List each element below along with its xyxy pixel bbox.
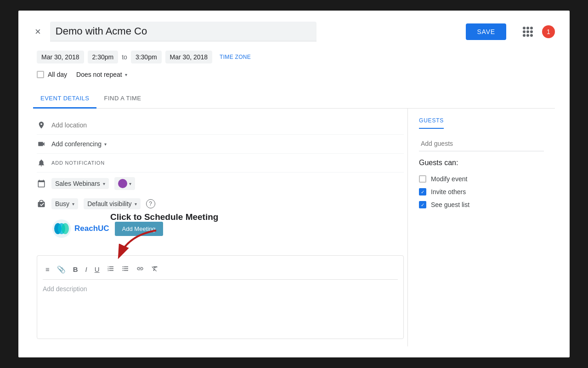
date-row: Mar 30, 2018 2:30pm to 3:30pm Mar 30, 20… [33, 51, 555, 63]
status-row: Busy ▾ Default visibility ▾ ? [37, 195, 404, 213]
right-panel: GUESTS Guests can: Modify event Invite o… [408, 109, 555, 346]
bold-button[interactable]: B [70, 264, 81, 275]
visibility-chevron-icon: ▾ [135, 201, 137, 207]
tab-event-details[interactable]: EVENT DETAILS [33, 89, 96, 109]
to-separator: to [122, 53, 127, 61]
add-guests-input[interactable] [419, 136, 544, 151]
top-bar: × SAVE 1 [33, 22, 555, 41]
unordered-list-button[interactable] [119, 263, 132, 276]
calendar-chevron-icon: ▾ [103, 181, 105, 186]
link-button[interactable] [134, 263, 147, 276]
add-conferencing-button[interactable]: Add conferencing ▾ [51, 140, 107, 148]
underline-button[interactable]: U [92, 264, 102, 275]
status-dropdown[interactable]: Busy ▾ [51, 198, 78, 209]
modify-event-label: Modify event [431, 175, 467, 183]
notification-label: ADD NOTIFICATION [51, 160, 105, 166]
arrow-annotation [110, 226, 175, 263]
description-section: ≡ 📎 B I U [37, 255, 404, 339]
event-color-circle [118, 179, 127, 188]
notification-row: ADD NOTIFICATION [37, 154, 404, 172]
allday-checkbox-label[interactable]: All day [37, 71, 67, 78]
end-date-button[interactable]: Mar 30, 2018 [165, 51, 213, 63]
briefcase-icon [37, 199, 46, 208]
calendar-icon [37, 179, 46, 188]
start-date-button[interactable]: Mar 30, 2018 [37, 51, 84, 63]
notification-badge[interactable]: 1 [542, 25, 555, 38]
guest-permissions-list: Modify event Invite others See guest lis… [419, 172, 544, 211]
help-icon[interactable]: ? [146, 199, 155, 208]
allday-row: All day Does not repeat ▾ [33, 69, 555, 80]
visibility-dropdown[interactable]: Default visibility ▾ [84, 198, 140, 209]
invite-others-label: Invite others [431, 188, 466, 196]
ordered-list-button[interactable] [104, 263, 117, 276]
tab-find-a-time[interactable]: FIND A TIME [96, 89, 148, 109]
notification-icon [37, 158, 46, 167]
calendar-label: Sales Webinars [55, 180, 100, 187]
calendar-row: Sales Webinars ▾ ▾ [37, 172, 404, 195]
description-area[interactable]: Add description [43, 280, 398, 335]
status-label: Busy [55, 200, 69, 207]
chevron-down-icon: ▾ [125, 72, 127, 77]
click-to-schedule-text: Click to Schedule Meeting [110, 212, 404, 222]
see-guest-list-label: See guest list [431, 201, 469, 208]
see-guest-list-permission: See guest list [419, 198, 544, 211]
svg-point-3 [62, 223, 69, 234]
top-left: × [33, 22, 466, 41]
clear-format-button[interactable] [148, 263, 161, 276]
content-area: Add conferencing ▾ ADD NOTIFICATION [33, 109, 555, 346]
close-button[interactable]: × [33, 24, 43, 40]
modify-event-permission: Modify event [419, 172, 544, 185]
annotation-container: Click to Schedule Meeting [110, 212, 404, 264]
apps-grid-icon[interactable] [523, 27, 533, 37]
tabs-row: EVENT DETAILS FIND A TIME [33, 89, 555, 109]
timezone-link[interactable]: TIME ZONE [220, 54, 251, 60]
conferencing-row: Add conferencing ▾ [37, 135, 404, 154]
location-input[interactable] [51, 121, 404, 129]
close-icon: × [35, 26, 41, 38]
location-icon [37, 121, 46, 130]
location-row [37, 116, 404, 135]
repeat-dropdown[interactable]: Does not repeat ▾ [73, 69, 131, 80]
color-dropdown[interactable]: ▾ [114, 177, 135, 190]
add-conferencing-label: Add conferencing [51, 140, 102, 148]
start-time-button[interactable]: 2:30pm [88, 51, 119, 63]
status-chevron-icon: ▾ [72, 201, 74, 207]
conferencing-chevron-icon: ▾ [104, 142, 107, 147]
left-panel: Add conferencing ▾ ADD NOTIFICATION [33, 109, 408, 346]
reachuc-logo: ReachUC [51, 218, 109, 239]
align-button[interactable]: ≡ [43, 264, 52, 275]
see-guest-list-checkbox[interactable] [419, 201, 426, 208]
invite-others-checkbox[interactable] [419, 188, 426, 196]
modify-event-checkbox[interactable] [419, 175, 426, 183]
invite-others-permission: Invite others [419, 185, 544, 198]
end-time-button[interactable]: 3:30pm [131, 51, 162, 63]
visibility-label: Default visibility [87, 200, 131, 207]
allday-checkbox[interactable] [37, 71, 44, 78]
save-button[interactable]: SAVE [466, 23, 506, 40]
tabs-container: EVENT DETAILS FIND A TIME [33, 89, 555, 346]
repeat-label: Does not repeat [76, 71, 122, 78]
reachuc-text: ReachUC [74, 224, 109, 233]
conferencing-icon [37, 139, 46, 149]
guests-tab-label: GUESTS [419, 117, 444, 124]
italic-button[interactable]: I [83, 264, 90, 275]
attach-button[interactable]: 📎 [54, 264, 68, 276]
allday-label: All day [48, 71, 67, 78]
event-title-input[interactable] [50, 22, 317, 41]
calendar-dropdown[interactable]: Sales Webinars ▾ [51, 178, 109, 189]
guests-can-label: Guests can: [419, 159, 544, 167]
color-chevron-icon: ▾ [129, 181, 131, 186]
reachuc-logo-svg [51, 218, 72, 239]
